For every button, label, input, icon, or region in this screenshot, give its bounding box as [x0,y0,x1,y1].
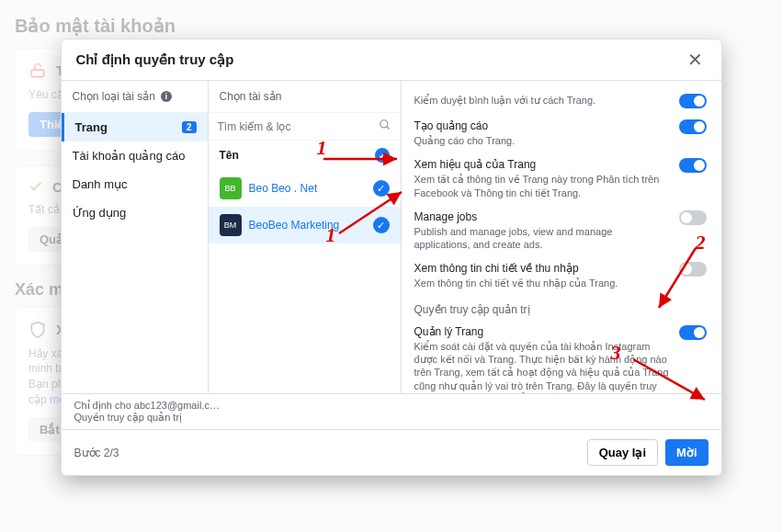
name-label: Tên [220,149,239,162]
admin-section-title: Quyền truy cập quản trị [414,303,707,316]
asset-check-icon: ✓ [373,217,390,233]
select-all-check-icon[interactable]: ✓ [375,148,390,163]
asset-type-column: Chọn loại tài sản i Trang 2 Tài khoản qu… [62,81,209,393]
info-icon[interactable]: i [161,91,172,102]
page-avatar-icon: BB [220,177,242,199]
asset-item-beo-beo-net[interactable]: BB Beo Beo . Net ✓ [209,170,401,207]
back-button[interactable]: Quay lại [587,439,658,466]
modal-title: Chỉ định quyền truy cập [76,51,234,68]
page-avatar-icon: BM [220,214,242,236]
close-button[interactable]: ✕ [684,51,707,69]
asset-item-beobeo-marketing[interactable]: BM BeoBeo Marketing ✓ [209,207,401,243]
permissions-column: Kiểm duyệt bình luận với tư cách Trang. … [402,81,721,393]
perm-title: Tạo quảng cáo [414,119,670,132]
step-indicator: Bước 2/3 [74,447,119,459]
svg-point-1 [380,120,387,128]
toggle-manage-page[interactable] [679,325,707,340]
perm-title: Manage jobs [414,210,670,223]
asset-type-apps[interactable]: Ứng dụng [62,198,208,227]
asset-type-ad-accounts[interactable]: Tài khoản quảng cáo [62,141,208,170]
modal-overlay: Chỉ định quyền truy cập ✕ Chọn loại tài … [0,0,782,485]
asset-type-pages[interactable]: Trang 2 [62,113,208,141]
toggle-view-performance[interactable] [679,158,707,173]
toggle-view-earnings[interactable] [679,262,707,277]
perm-desc: Kiểm soát cài đặt và quyền của tài khoản… [414,340,670,393]
perm-desc: Xem thông tin chi tiết về thu nhập của T… [414,277,670,289]
perm-desc: Quảng cáo cho Trang. [414,134,670,147]
perm-desc: Kiểm duyệt bình luận với tư cách Trang. [414,94,670,107]
perm-title: Xem hiệu quả của Trang [414,158,670,171]
search-input[interactable] [218,120,379,133]
asset-check-icon: ✓ [373,180,390,197]
asset-type-catalogs[interactable]: Danh mục [62,170,208,198]
perm-title: Quản lý Trang [414,325,670,338]
toggle-moderate-comments[interactable] [679,94,707,108]
col-left-header: Chọn loại tài sản [73,90,155,103]
svg-line-2 [386,127,389,130]
invite-button[interactable]: Mời [665,439,708,466]
assign-access-modal: Chỉ định quyền truy cập ✕ Chọn loại tài … [61,39,722,476]
col-mid-header: Chọn tài sản [220,90,282,103]
asset-select-column: Chọn tài sản Tên ✓ BB Beo Beo . Net ✓ [209,81,402,393]
perm-title: Xem thông tin chi tiết về thu nhập [414,262,670,275]
toggle-create-ads[interactable] [679,119,707,134]
perm-desc: Publish and manage jobs, view and manage… [414,225,670,252]
assign-for-label: Chỉ định cho abc123@gmail.c… Quyền truy … [62,393,721,429]
search-icon[interactable] [379,119,391,134]
perm-desc: Xem tất cả thông tin về Trang này trong … [414,173,670,199]
pages-badge: 2 [182,121,197,133]
toggle-manage-jobs[interactable] [679,210,707,225]
